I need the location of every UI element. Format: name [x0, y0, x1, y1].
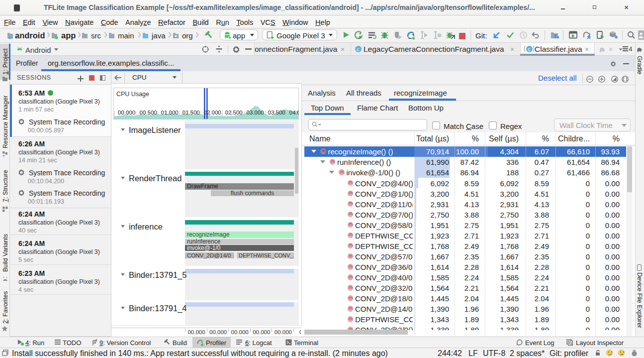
svg-text:A: A [359, 35, 362, 39]
